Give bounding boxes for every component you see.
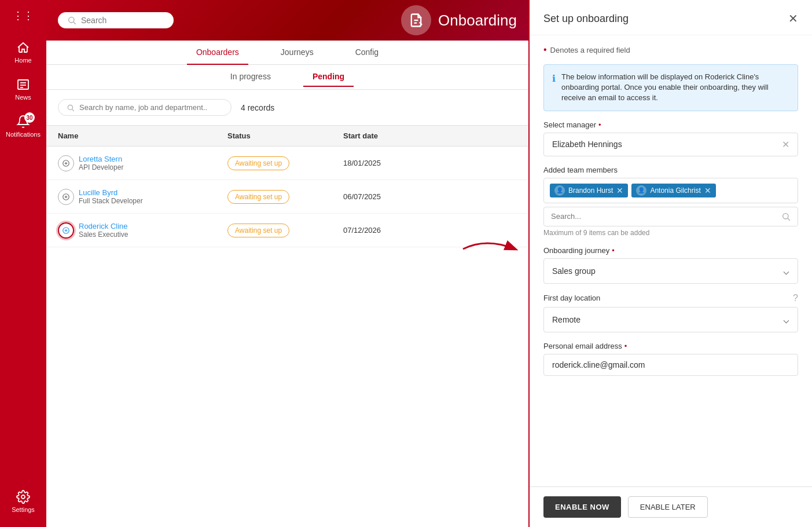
add-btn-3[interactable] (58, 222, 74, 239)
row-employee-3: Roderick Cline Sales Executive (58, 222, 227, 239)
sidebar-item-notifications[interactable]: 30 Notifications (0, 110, 46, 142)
col-name: Name (58, 131, 227, 140)
add-btn-1[interactable] (58, 155, 74, 171)
team-search-icon (781, 212, 791, 221)
location-field: First day location ? Remote ⌵ (543, 293, 798, 332)
notification-badge: 30 (24, 112, 35, 123)
svg-line-6 (74, 22, 76, 24)
svg-point-4 (21, 495, 25, 499)
member-tag-brandon: 👤 Brandon Hurst ✕ (550, 184, 628, 197)
manager-field: Select manager • Elizabeth Hennings ✕ (543, 120, 798, 156)
header: Onboarding (46, 0, 528, 41)
location-label: First day location (543, 294, 600, 302)
location-help-icon[interactable]: ? (793, 293, 798, 303)
status-badge-1: Awaiting set up (227, 156, 289, 170)
brand: Onboarding (401, 5, 517, 35)
location-header: First day location ? (543, 293, 798, 303)
employee-name-2[interactable]: Lucille Byrd (79, 188, 143, 197)
svg-line-10 (72, 109, 74, 111)
team-members-field: Added team members 👤 Brandon Hurst ✕ 👤 A… (543, 166, 798, 237)
remove-antonia-btn[interactable]: ✕ (704, 186, 711, 195)
list-search-bar[interactable] (58, 99, 232, 116)
panel-header: Set up onboarding ✕ (530, 0, 812, 35)
sidebar: ⋮⋮ Home News 30 Notifications (0, 0, 46, 527)
list-search-input[interactable] (79, 103, 207, 112)
panel-body: • Denotes a required field ℹ The below i… (530, 35, 812, 486)
col-start-date: Start date (343, 131, 459, 140)
manager-clear-icon[interactable]: ✕ (782, 139, 789, 150)
remove-brandon-btn[interactable]: ✕ (616, 186, 623, 195)
journey-label: Onboarding journey • (543, 246, 798, 255)
col-actions (459, 131, 517, 140)
sidebar-item-settings[interactable]: Settings (0, 485, 46, 518)
enable-later-button[interactable]: ENABLE LATER (628, 496, 708, 518)
employee-name-1[interactable]: Loretta Stern (79, 155, 123, 163)
close-button[interactable]: ✕ (788, 12, 798, 25)
panel-footer: ENABLE NOW ENABLE LATER (530, 486, 812, 527)
col-status: Status (227, 131, 343, 140)
brand-icon (401, 5, 431, 35)
svg-point-9 (68, 105, 72, 109)
max-items-note: Maximum of 9 items can be added (543, 229, 798, 237)
start-date-1: 18/01/2025 (343, 159, 459, 167)
list-header: 4 records (46, 90, 528, 125)
enable-now-button[interactable]: ENABLE NOW (543, 496, 621, 518)
location-dropdown-arrow: ⌵ (783, 313, 789, 326)
search-input[interactable] (81, 16, 156, 25)
manager-label: Select manager • (543, 120, 798, 129)
employee-title-1: API Developer (79, 163, 123, 171)
employee-title-3: Sales Executive (79, 230, 128, 239)
employee-name-3[interactable]: Roderick Cline (79, 222, 128, 230)
manager-input[interactable]: Elizabeth Hennings ✕ (543, 133, 798, 156)
table-row-highlighted: Roderick Cline Sales Executive Awaiting … (46, 214, 528, 247)
member-icon-brandon: 👤 (554, 185, 565, 196)
email-label: Personal email address • (543, 342, 798, 350)
row-employee-2: Lucille Byrd Full Stack Developer (58, 188, 227, 205)
subtab-pending[interactable]: Pending (303, 67, 354, 87)
info-box: ℹ The below information will be displaye… (543, 64, 798, 111)
main-tabs: Onboarders Journeys Config (46, 41, 528, 65)
sidebar-item-news[interactable]: News (0, 73, 46, 105)
status-badge-2: Awaiting set up (227, 190, 289, 204)
required-note: • Denotes a required field (543, 45, 798, 55)
search-bar[interactable] (58, 12, 174, 28)
subtab-in-progress[interactable]: In progress (221, 67, 280, 87)
list-area: 4 records Name Status Start date (46, 90, 528, 527)
svg-point-5 (69, 17, 74, 23)
table-header: Name Status Start date (46, 125, 528, 147)
sub-tabs: In progress Pending (46, 65, 528, 89)
email-input[interactable] (543, 354, 798, 376)
brand-title: Onboarding (438, 12, 517, 30)
employee-title-2: Full Stack Developer (79, 197, 143, 205)
team-search-bar[interactable] (543, 207, 798, 226)
panel-title: Set up onboarding (543, 13, 629, 25)
journey-field: Onboarding journey • Sales group ⌵ (543, 246, 798, 284)
grid-icon[interactable]: ⋮⋮ (13, 9, 34, 22)
row-employee-1: Loretta Stern API Developer (58, 155, 227, 171)
journey-dropdown[interactable]: Sales group ⌵ (543, 258, 798, 284)
email-field: Personal email address • (543, 342, 798, 376)
table-row: Lucille Byrd Full Stack Developer Awaiti… (46, 180, 528, 214)
tab-onboarders[interactable]: Onboarders (187, 41, 248, 65)
team-members-label: Added team members (543, 166, 798, 174)
start-date-3: 07/12/2026 (343, 226, 459, 235)
right-panel: Set up onboarding ✕ • Denotes a required… (528, 0, 812, 527)
table: Name Status Start date Loret (46, 125, 528, 247)
required-dot: • (543, 45, 547, 55)
tab-config[interactable]: Config (346, 41, 388, 65)
tab-journeys[interactable]: Journeys (271, 41, 323, 65)
status-badge-3: Awaiting set up (227, 224, 289, 237)
journey-dropdown-arrow: ⌵ (783, 265, 789, 277)
table-row: Loretta Stern API Developer Awaiting set… (46, 147, 528, 180)
search-icon (67, 16, 76, 25)
tabs-container: Onboarders Journeys Config In progress P… (46, 41, 528, 90)
list-search-icon (67, 104, 75, 112)
svg-line-22 (788, 218, 790, 221)
team-search-input[interactable] (551, 212, 777, 221)
member-tag-antonia: 👤 Antonia Gilchrist ✕ (631, 184, 715, 197)
team-members-tags: 👤 Brandon Hurst ✕ 👤 Antonia Gilchrist ✕ (543, 178, 798, 203)
location-dropdown[interactable]: Remote ⌵ (543, 307, 798, 332)
add-btn-2[interactable] (58, 189, 74, 205)
sidebar-item-home[interactable]: Home (0, 36, 46, 68)
info-icon: ℹ (552, 72, 556, 104)
